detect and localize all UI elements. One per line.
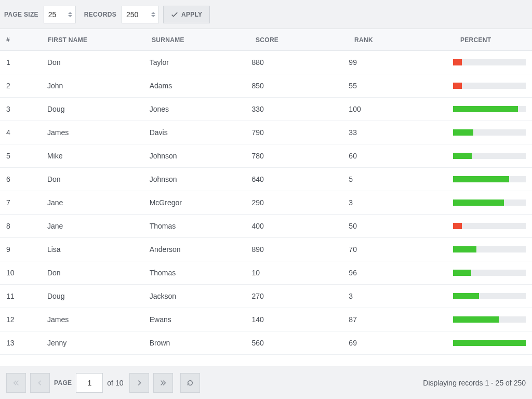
cell-index: 9 (0, 245, 41, 254)
records-down-icon[interactable] (151, 15, 155, 17)
progress-fill (453, 83, 462, 89)
apply-button[interactable]: APPLY (163, 6, 210, 23)
cell-index: 5 (0, 152, 41, 160)
cell-score: 640 (245, 175, 342, 183)
check-icon (171, 11, 178, 18)
table-row[interactable]: 4JamesDavis79033 (0, 121, 532, 144)
col-header-percent[interactable]: PERCENT (454, 36, 532, 44)
progress-bar (453, 316, 526, 323)
cell-index: 7 (0, 198, 41, 207)
cell-percent (447, 83, 532, 89)
table-row[interactable]: 9LisaAnderson89070 (0, 238, 532, 261)
page-size-input[interactable] (44, 6, 68, 23)
progress-bar (453, 129, 526, 136)
cell-index: 10 (0, 269, 41, 277)
cell-surname: Jackson (143, 292, 246, 300)
progress-fill (453, 200, 504, 206)
cell-score: 780 (245, 152, 342, 160)
table-row[interactable]: 11DougJackson2703 (0, 285, 532, 308)
col-header-first-name[interactable]: FIRST NAME (42, 36, 145, 44)
cell-rank: 87 (342, 315, 447, 324)
progress-bar (453, 293, 526, 299)
col-header-rank[interactable]: RANK (348, 36, 454, 44)
progress-fill (453, 176, 509, 182)
cell-first-name: Jenny (41, 339, 143, 347)
table-row[interactable]: 8JaneThomas40050 (0, 215, 532, 238)
records-label: RECORDS (84, 11, 116, 18)
cell-surname: Davis (143, 128, 246, 137)
table-header: # FIRST NAME SURNAME SCORE RANK PERCENT (0, 29, 532, 51)
table-row[interactable]: 1DonTaylor88099 (0, 51, 532, 74)
page-size-down-icon[interactable] (68, 15, 72, 17)
cell-first-name: Don (41, 269, 143, 277)
col-header-surname[interactable]: SURNAME (145, 36, 249, 44)
cell-percent (447, 176, 532, 182)
cell-surname: Johnson (143, 152, 246, 160)
table-row[interactable]: 7JaneMcGregor2903 (0, 191, 532, 215)
pager-summary: Displaying records 1 - 25 of 250 (423, 379, 526, 387)
cell-index: 4 (0, 128, 41, 137)
table-row[interactable]: 3DougJones330100 (0, 98, 532, 121)
cell-first-name: James (41, 315, 143, 324)
table-body: 1DonTaylor880992JohnAdams850553DougJones… (0, 51, 532, 366)
page-size-up-icon[interactable] (68, 12, 72, 14)
pager-last-button[interactable] (153, 373, 173, 393)
pager-prev-button[interactable] (30, 373, 50, 393)
pager-of-text: of 10 (107, 379, 123, 387)
cell-score: 880 (245, 58, 342, 66)
table-row[interactable]: 10DonThomas1096 (0, 261, 532, 285)
table-row[interactable]: 13JennyBrown56069 (0, 331, 532, 355)
cell-index: 2 (0, 82, 41, 90)
pager-page-input[interactable] (76, 373, 103, 393)
cell-percent (447, 59, 532, 65)
table-row[interactable]: 5MikeJohnson78060 (0, 144, 532, 168)
cell-first-name: Doug (41, 292, 143, 300)
records-input[interactable] (122, 6, 151, 23)
refresh-icon (187, 379, 194, 387)
cell-score: 140 (245, 315, 342, 324)
records-up-icon[interactable] (151, 12, 155, 14)
cell-rank: 33 (342, 128, 447, 137)
cell-percent (447, 129, 532, 136)
cell-rank: 3 (342, 198, 447, 207)
chevron-double-right-icon (159, 379, 167, 387)
progress-fill (453, 129, 473, 136)
cell-index: 12 (0, 315, 41, 324)
cell-first-name: James (41, 128, 143, 137)
pager-page-label: PAGE (54, 379, 72, 387)
table-row[interactable]: 6DonJohnson6405 (0, 168, 532, 191)
pager: PAGE of 10 Displaying records 1 - 25 of … (0, 366, 532, 399)
pager-refresh-button[interactable] (180, 373, 200, 393)
cell-score: 560 (245, 339, 342, 347)
records-field[interactable] (122, 6, 159, 23)
chevron-left-icon (36, 379, 44, 387)
progress-fill (453, 106, 518, 112)
cell-score: 10 (245, 269, 342, 277)
progress-fill (453, 223, 462, 229)
cell-first-name: Jane (41, 222, 143, 230)
table-row[interactable]: 2JohnAdams85055 (0, 74, 532, 98)
chevron-right-icon (136, 379, 143, 387)
cell-surname: McGregor (143, 198, 246, 207)
cell-first-name: Lisa (41, 245, 143, 254)
pager-first-button[interactable] (6, 373, 26, 393)
cell-rank: 3 (342, 292, 447, 300)
col-header-score[interactable]: SCORE (249, 36, 348, 44)
data-grid: # FIRST NAME SURNAME SCORE RANK PERCENT … (0, 29, 532, 366)
cell-score: 270 (245, 292, 342, 300)
progress-bar (453, 83, 526, 89)
cell-score: 290 (245, 198, 342, 207)
pager-next-button[interactable] (129, 373, 149, 393)
table-row[interactable]: 12JamesEwans14087 (0, 308, 532, 331)
cell-surname: Ewans (143, 315, 246, 324)
cell-percent (447, 340, 532, 346)
page-size-field[interactable] (44, 6, 76, 23)
cell-first-name: Jane (41, 198, 143, 207)
progress-bar (453, 270, 526, 276)
cell-percent (447, 293, 532, 299)
apply-button-label: APPLY (181, 11, 202, 18)
progress-bar (453, 223, 526, 229)
toolbar: PAGE SIZE RECORDS APPLY (0, 0, 532, 29)
cell-rank: 50 (342, 222, 447, 230)
col-header-index[interactable]: # (0, 36, 42, 44)
